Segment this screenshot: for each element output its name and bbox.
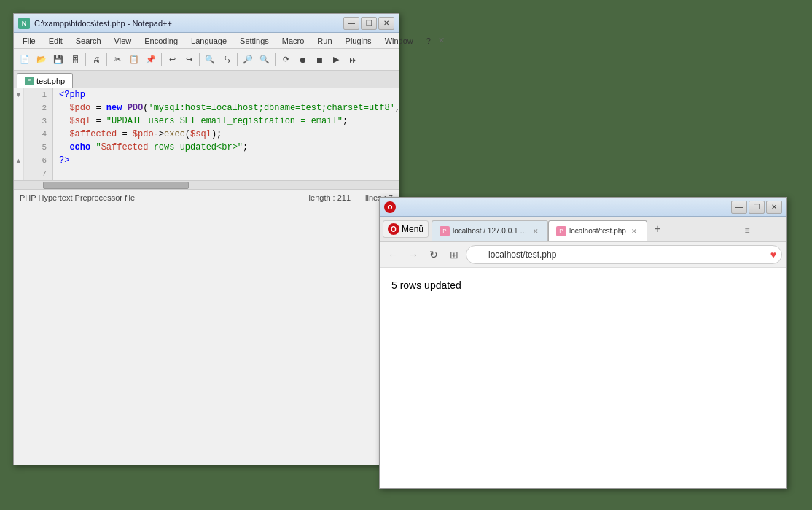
opera-tab-2[interactable]: P localhost/test.php ✕ (548, 220, 647, 241)
toolbar-save[interactable]: 💾 (50, 52, 66, 68)
fold-6[interactable]: ▲ (14, 154, 23, 167)
npp-tab-bar: P test.php (14, 71, 399, 88)
opera-minimize-button[interactable]: — (731, 201, 747, 214)
npp-tab-label: test.php (36, 77, 65, 85)
menu-language[interactable]: Language (185, 35, 233, 47)
code-content[interactable]: <?php $pdo = new PDO('mysql:host=localho… (53, 88, 399, 180)
fold-5 (14, 141, 23, 154)
restore-button[interactable]: ❐ (361, 17, 377, 30)
npp-tab-test-php[interactable]: P test.php (17, 73, 73, 88)
line-num-6: 6 (30, 154, 47, 167)
menu-edit[interactable]: Edit (43, 35, 69, 47)
menu-settings[interactable]: Settings (234, 35, 275, 47)
close-button[interactable]: ✕ (378, 17, 394, 30)
toolbar-redo[interactable]: ↪ (181, 52, 197, 68)
toolbar-paste[interactable]: 📌 (143, 52, 159, 68)
opera-logo-icon: O (388, 223, 399, 235)
toolbar-cut[interactable]: ✂ (109, 52, 125, 68)
opera-tab2-favicon: P (556, 226, 566, 236)
fold-3 (14, 115, 23, 128)
npp-toolbar: 📄 📂 💾 🗄 🖨 ✂ 📋 📌 ↩ ↪ 🔍 ⇆ 🔎 🔍 ⟳ ⏺ ⏹ ▶ ⏭ (14, 49, 399, 71)
opera-tab1-favicon: P (440, 226, 450, 236)
toolbar-separator-5 (237, 53, 238, 66)
back-button[interactable]: ← (384, 246, 402, 263)
npp-window-title: C:\xampp\htdocs\test.php - Notepad++ (34, 19, 343, 28)
opera-tab1-close[interactable]: ✕ (531, 226, 540, 236)
toolbar-macro-rec[interactable]: ⏺ (294, 52, 311, 68)
opera-tab2-close[interactable]: ✕ (629, 226, 639, 236)
opera-new-tab-button[interactable]: + (649, 220, 666, 238)
menu-window[interactable]: Window (379, 35, 419, 47)
minimize-button[interactable]: — (343, 17, 359, 30)
line-num-1: 1 (30, 88, 47, 101)
opera-titlebar: O — ❐ ✕ (380, 198, 786, 217)
scrollbar-thumb[interactable] (43, 182, 189, 189)
fold-4 (14, 128, 23, 141)
toolbar-find[interactable]: 🔍 (202, 52, 218, 68)
code-line-6: ?> (59, 154, 393, 167)
menu-macro[interactable]: Macro (276, 35, 311, 47)
grid-button[interactable]: ⊞ (445, 246, 463, 263)
toolbar-print[interactable]: 🖨 (88, 52, 104, 68)
forward-button[interactable]: → (405, 246, 422, 263)
toolbar-new[interactable]: 📄 (17, 52, 33, 68)
code-line-2: $pdo = new PDO('mysql:host=localhost;dbn… (59, 101, 393, 115)
npp-editor-body: ▼ ▲ 1 2 3 4 5 6 7 <?php $pdo = new PDO('… (14, 88, 399, 180)
menu-encoding[interactable]: Encoding (138, 35, 184, 47)
toolbar-zoom-out[interactable]: 🔍 (257, 52, 273, 68)
toolbar-separator-6 (275, 53, 276, 66)
toolbar-macro-play[interactable]: ▶ (328, 52, 344, 68)
menu-plugins[interactable]: Plugins (340, 35, 378, 47)
toolbar-save-all[interactable]: 🗄 (67, 52, 83, 68)
menu-help[interactable]: ? (421, 35, 437, 47)
toolbar-open[interactable]: 📂 (34, 52, 50, 68)
fold-2 (14, 101, 23, 115)
opera-tab-bar: O Menü P localhost / 127.0.0.1 / test ✕ … (380, 217, 786, 242)
code-line-7 (59, 167, 393, 180)
page-output-text: 5 rows updated (391, 279, 461, 291)
opera-tab2-label: localhost/test.php (569, 227, 626, 235)
line-num-2: 2 (30, 101, 47, 115)
toolbar-separator-3 (161, 53, 162, 66)
code-line-5: echo "$affected rows updated<br>"; (59, 141, 393, 154)
toolbar-sync[interactable]: ⟳ (278, 52, 294, 68)
line-num-3: 3 (30, 115, 47, 128)
reload-button[interactable]: ↻ (425, 246, 442, 263)
npp-app-icon: N (18, 18, 30, 29)
menu-file[interactable]: File (17, 35, 42, 47)
opera-sidebar-toggle[interactable]: ≡ (740, 223, 754, 238)
bookmark-heart-icon[interactable]: ♥ (770, 249, 776, 260)
fold-1[interactable]: ▼ (14, 88, 23, 101)
menu-bar-close[interactable]: ✕ (438, 36, 448, 45)
line-num-7: 7 (30, 167, 47, 180)
address-input[interactable] (466, 245, 782, 264)
opera-extras: ≡ (740, 223, 757, 241)
browser-content: 5 rows updated (380, 268, 786, 488)
menu-search[interactable]: Search (70, 35, 107, 47)
toolbar-copy[interactable]: 📋 (126, 52, 142, 68)
toolbar-undo[interactable]: ↩ (164, 52, 180, 68)
opera-menu-label: Menü (402, 224, 423, 234)
opera-address-bar: ← → ↻ ⊞ 🔒 ♥ (380, 242, 786, 268)
notepad-plus-plus-window: N C:\xampp\htdocs\test.php - Notepad++ —… (13, 13, 399, 465)
npp-status-bar: PHP Hypertext Preprocessor file length :… (14, 189, 399, 205)
toolbar-macro-stop[interactable]: ⏹ (311, 52, 327, 68)
opera-tab-1[interactable]: P localhost / 127.0.0.1 / test ✕ (432, 220, 548, 241)
toolbar-macro-run[interactable]: ⏭ (345, 52, 361, 68)
npp-titlebar: N C:\xampp\htdocs\test.php - Notepad++ —… (14, 14, 399, 33)
line-num-5: 5 (30, 141, 47, 154)
opera-restore-button[interactable]: ❐ (749, 201, 765, 214)
opera-window-controls: — ❐ ✕ (731, 201, 782, 214)
horizontal-scrollbar[interactable] (14, 180, 399, 189)
toolbar-replace[interactable]: ⇆ (219, 52, 235, 68)
opera-menu-button[interactable]: O Menü (383, 220, 429, 238)
code-line-1: <?php (59, 88, 393, 101)
opera-menu-area: O Menü (380, 220, 432, 241)
menu-run[interactable]: Run (311, 35, 337, 47)
toolbar-separator-1 (85, 53, 86, 66)
npp-window-controls: — ❐ ✕ (343, 17, 394, 30)
php-file-icon: P (25, 77, 34, 85)
menu-view[interactable]: View (109, 35, 138, 47)
opera-close-button[interactable]: ✕ (766, 201, 782, 214)
toolbar-zoom-in[interactable]: 🔎 (240, 52, 256, 68)
